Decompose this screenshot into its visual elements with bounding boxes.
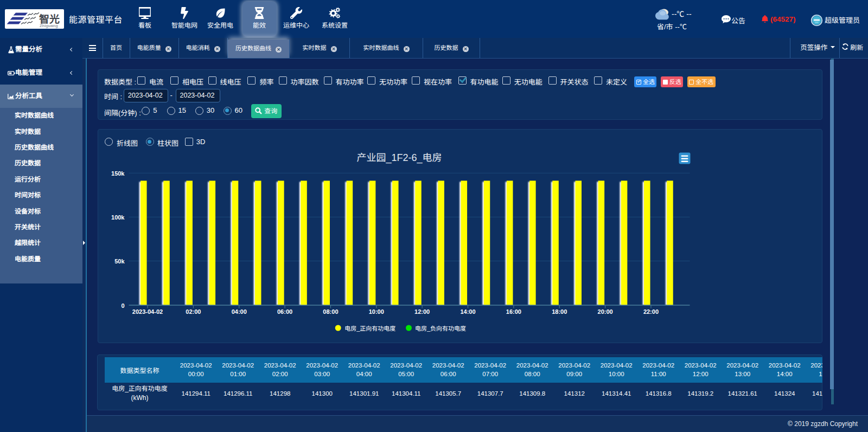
svg-text:02:00: 02:00 (186, 308, 201, 315)
svg-text:Zhiguang: Zhiguang (40, 23, 58, 28)
svg-text:产业园_1F2-6_电房: 产业园_1F2-6_电房 (356, 152, 442, 164)
svg-text:10:00: 10:00 (368, 308, 384, 315)
svg-text:22:00: 22:00 (643, 308, 658, 315)
svg-text:150k: 150k (111, 170, 125, 177)
svg-text:100k: 100k (111, 214, 125, 221)
svg-text:12:00: 12:00 (414, 308, 430, 315)
svg-text:06:00: 06:00 (277, 308, 292, 315)
svg-text:14:00: 14:00 (460, 308, 475, 315)
svg-text:0: 0 (121, 302, 124, 309)
svg-text:电房_正向有功电度: 电房_正向有功电度 (344, 325, 395, 332)
svg-text:16:00: 16:00 (506, 308, 521, 315)
svg-text:18:00: 18:00 (552, 308, 567, 315)
svg-text:50k: 50k (114, 258, 125, 265)
svg-text:电房_负向有功电度: 电房_负向有功电度 (415, 325, 466, 332)
svg-text:08:00: 08:00 (323, 308, 338, 315)
svg-text:2023-04-02: 2023-04-02 (132, 308, 162, 315)
svg-text:04:00: 04:00 (231, 308, 246, 315)
svg-text:20:00: 20:00 (597, 308, 612, 315)
